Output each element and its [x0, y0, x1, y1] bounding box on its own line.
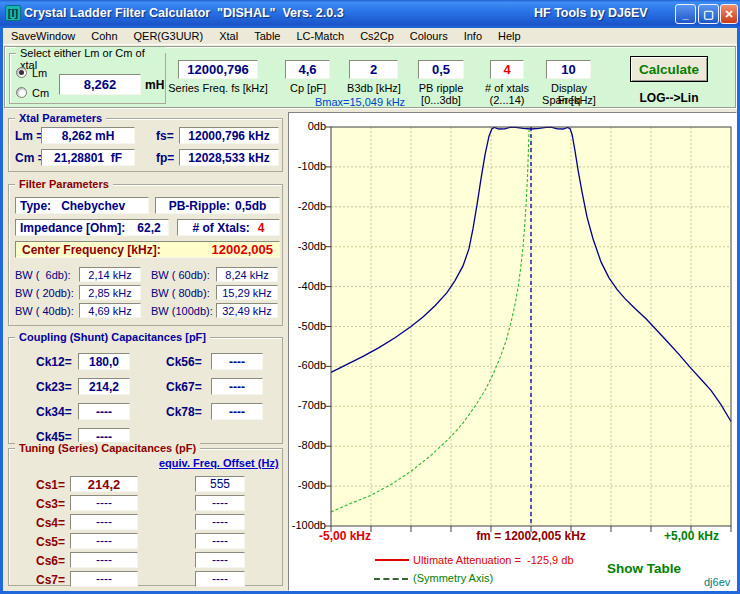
menu-item-xtal[interactable]: Xtal	[211, 30, 246, 42]
num-xtals-range: (2...14)	[484, 94, 530, 106]
pb-ripple-field: PB-Ripple: 0,5db	[155, 197, 280, 214]
menu-bar: SaveWindowCohnQER(G3UUR)XtalTableLC-Matc…	[3, 28, 737, 45]
legend-line-dashed	[374, 578, 408, 580]
y-tick-label: -70db	[289, 399, 326, 411]
ck-value: ----	[211, 403, 263, 420]
center-frequency-field: Center Frequency [kHz]: 12002,005	[15, 241, 280, 258]
cs-value: ----	[70, 514, 138, 530]
menu-item-cohn[interactable]: Cohn	[83, 30, 125, 42]
tuning-title: Tuning (Series) Capacitances (pF)	[15, 442, 200, 454]
fs-value: 12000,796 kHz	[179, 127, 279, 144]
menu-item-table[interactable]: Table	[246, 30, 288, 42]
num-xtals-label: # of xtals	[484, 82, 530, 94]
radio-cm-label: Cm	[32, 87, 49, 99]
cs-value: 214,2	[70, 476, 138, 492]
bw-value: 4,69 kHz	[79, 303, 141, 318]
ck-label: Ck23=	[36, 380, 72, 394]
lm-cm-groupbox: Select either Lm or Cm of xtal Lm Cm 8,2…	[9, 53, 166, 104]
coupling-title: Coupling (Shunt) Capacitances [pF]	[15, 331, 210, 343]
lm-value: 8,262 mH	[41, 127, 135, 144]
y-tick-label: -30db	[289, 240, 326, 252]
xtal-parameters-group: Xtal Parameters Lm = 8,262 mH fs= 12000,…	[8, 118, 283, 172]
xtal-count-field: # of Xtals: 4	[177, 219, 280, 236]
impedance-label: Impedance [Ohm]:	[20, 221, 125, 235]
menu-item-qer-g3uur-[interactable]: QER(G3UUR)	[126, 30, 212, 42]
impedance-field: Impedance [Ohm]: 62,2	[15, 219, 169, 236]
cp-input[interactable]: 4,6	[285, 60, 330, 79]
cs-offset: ----	[195, 571, 245, 587]
series-freq-label: Series Freq. fs [kHz]	[168, 82, 268, 94]
bw-label: BW ( 20db):	[15, 287, 74, 299]
cs-offset: ----	[195, 533, 245, 549]
bw-label: BW ( 40db):	[15, 305, 74, 317]
menu-item-cs2cp[interactable]: Cs2Cp	[352, 30, 402, 42]
legend-line-red	[375, 559, 409, 561]
cs-value: ----	[70, 552, 138, 568]
chart-panel: 0db-10db-20db-30db-40db-50db-60db-70db-8…	[288, 112, 737, 591]
xtals-value: 4	[258, 221, 265, 235]
bw-value: 2,85 kHz	[79, 285, 141, 300]
span-input[interactable]: 10	[546, 60, 591, 79]
fp-value: 12028,533 kHz	[179, 149, 279, 166]
legend-ultimate-attenuation: Ultimate Attenuation = -125,9 db	[413, 554, 574, 566]
ck-value: 214,2	[78, 378, 130, 395]
filter-type-field: Type: Chebychev	[15, 197, 149, 214]
radio-cm[interactable]	[16, 87, 27, 98]
bw-value: 8,24 kHz	[216, 267, 278, 282]
window-border-left	[0, 28, 3, 594]
app-icon: [I]	[5, 5, 21, 21]
lm-value-input[interactable]: 8,262	[59, 74, 141, 95]
title-bar[interactable]: [I] Crystal Ladder Filter Calculator "DI…	[0, 0, 740, 28]
xtals-label: # of Xtals:	[192, 221, 249, 235]
bw-label: BW ( 6db):	[15, 269, 71, 281]
menu-item-savewindow[interactable]: SaveWindow	[3, 30, 83, 42]
pb-ripple-range: [0...3db]	[413, 94, 469, 106]
log-lin-toggle[interactable]: LOG-->Lin	[630, 91, 708, 105]
span-label2: Span [kHz]	[540, 94, 598, 106]
cs-value: ----	[70, 571, 138, 587]
bw-value: 15,29 kHz	[216, 285, 278, 300]
cs-label: Cs1=	[36, 478, 65, 492]
menu-item-colours[interactable]: Colours	[402, 30, 456, 42]
type-label: Type:	[20, 199, 51, 213]
response-plot	[325, 121, 737, 533]
cs-offset: 555	[195, 476, 245, 492]
bw-label: BW (100db):	[151, 305, 213, 317]
cs-value: ----	[70, 495, 138, 511]
pb-ripple-input[interactable]: 0,5	[418, 60, 464, 79]
num-xtals-input[interactable]: 4	[490, 60, 524, 79]
tuning-group: Tuning (Series) Capacitances (pF) equiv.…	[8, 448, 283, 586]
cs-label: Cs5=	[36, 535, 65, 549]
minimize-button[interactable]: _	[675, 4, 696, 24]
fs-label: fs=	[156, 129, 174, 143]
coupling-group: Coupling (Shunt) Capacitances [pF] Ck12=…	[8, 337, 283, 444]
cs-offset: ----	[195, 552, 245, 568]
calculate-button[interactable]: Calculate	[630, 56, 708, 82]
app-window: [I] Crystal Ladder Filter Calculator "DI…	[0, 0, 740, 594]
maximize-button[interactable]: ▢	[698, 4, 719, 24]
menu-item-help[interactable]: Help	[490, 30, 529, 42]
bmax-note: Bmax=15,049 kHz	[304, 96, 416, 108]
menu-item-info[interactable]: Info	[456, 30, 490, 42]
y-tick-label: -60db	[289, 359, 326, 371]
b3db-input[interactable]: 2	[349, 60, 398, 79]
ck-value: ----	[211, 353, 263, 370]
bw-label: BW ( 80db):	[151, 287, 210, 299]
ripple-value: 0,5db	[235, 199, 266, 213]
equiv-freq-offset-link[interactable]: equiv. Freq. Offset (Hz)	[159, 457, 279, 469]
series-freq-input[interactable]: 12000,796	[178, 60, 258, 79]
impedance-value: 62,2	[137, 221, 160, 235]
center-frequency-value: 12002,005	[212, 242, 273, 257]
radio-lm[interactable]	[16, 67, 27, 78]
x-axis-center-label: fm = 12002,005 kHz	[431, 529, 631, 543]
show-table-button[interactable]: Show Table	[607, 561, 681, 576]
menu-item-lc-match[interactable]: LC-Match	[288, 30, 352, 42]
ck-label: Ck34=	[36, 405, 72, 419]
close-button[interactable]: ✕	[720, 4, 738, 24]
credit-label: dj6ev	[704, 576, 732, 588]
bw-label: BW ( 60db):	[151, 269, 210, 281]
filter-parameters-group: Filter Parameters Type: Chebychev PB-Rip…	[8, 184, 283, 326]
x-axis-left-label: -5,00 kHz	[319, 529, 371, 543]
b3db-label: B3db [kHz]	[343, 82, 405, 94]
center-frequency-label: Center Frequency [kHz]:	[22, 243, 161, 257]
